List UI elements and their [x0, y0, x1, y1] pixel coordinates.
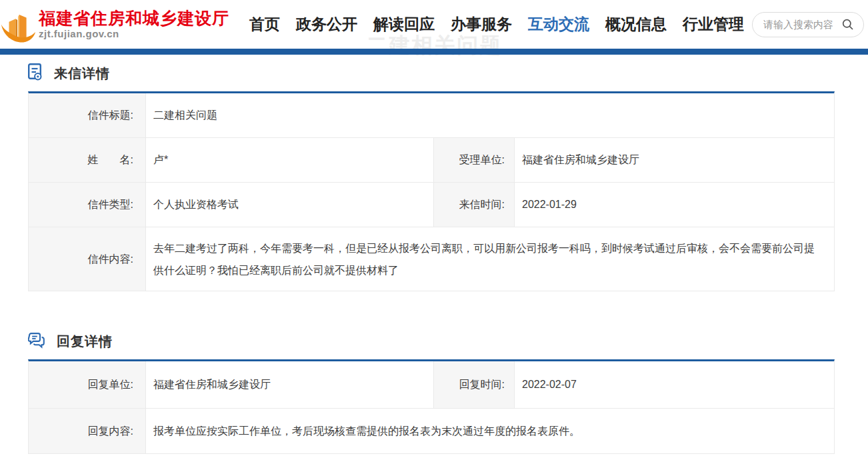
nav-item-industry[interactable]: 行业管理 [683, 0, 744, 49]
letter-document-icon [28, 63, 43, 83]
nav-item-home[interactable]: 首页 [249, 0, 280, 49]
main-content: 来信详情 信件标题: 二建相关问题 姓 名: 卢* 受理单位: 福建省住房和城乡… [0, 63, 868, 454]
letter-detail-title: 来信详情 [54, 65, 110, 83]
site-name: 福建省住房和城乡建设厅 [39, 9, 229, 28]
reply-chat-icon [28, 332, 45, 351]
letter-type-value: 个人执业资格考试 [146, 183, 433, 227]
name-label: 姓 名: [29, 138, 146, 183]
logo-buildings-icon [0, 3, 39, 46]
letter-detail-table: 信件标题: 二建相关问题 姓 名: 卢* 受理单位: 福建省住房和城乡建设厅 信… [28, 91, 835, 291]
nav-item-interpretation[interactable]: 解读回应 [373, 0, 435, 49]
site-url: zjt.fujian.gov.cn [39, 28, 229, 40]
nav-item-interaction[interactable]: 互动交流 [528, 0, 589, 49]
letter-date-label: 来信时间: [433, 183, 515, 227]
reply-content-value: 报考单位应按实际工作单位，考后现场核查需提供的报名表为末次通过年度的报名表原件。 [146, 409, 834, 453]
accept-unit-label: 受理单位: [433, 138, 515, 183]
accept-unit-value: 福建省住房和城乡建设厅 [515, 138, 834, 183]
search-input[interactable] [763, 19, 842, 30]
reply-date-value: 2022-02-07 [515, 361, 834, 409]
nav-item-gov-affairs[interactable]: 政务公开 [296, 0, 357, 49]
letter-title-label: 信件标题: [29, 93, 146, 138]
nav-item-services[interactable]: 办事服务 [451, 0, 512, 49]
reply-detail-section-header: 回复详情 [28, 331, 835, 351]
name-value: 卢* [146, 138, 433, 183]
letter-detail-section-header: 来信详情 [28, 63, 835, 83]
reply-unit-label: 回复单位: [29, 361, 146, 409]
letter-content-label: 信件内容: [29, 227, 146, 291]
site-header: 二建相关问题 福建省住房和城乡建设厅 zjt.fujian.gov.cn 首页 … [0, 0, 868, 49]
letter-content-value: 去年二建考过了两科，今年需要考一科，但是已经从报考公司离职，可以用新公司报考一科… [146, 227, 834, 291]
header-divider-bar [0, 49, 868, 55]
letter-title-value: 二建相关问题 [146, 93, 834, 138]
reply-content-label: 回复内容: [29, 409, 146, 453]
nav-item-overview[interactable]: 概况信息 [605, 0, 667, 49]
letter-type-label: 信件类型: [29, 183, 146, 227]
reply-unit-value: 福建省住房和城乡建设厅 [146, 361, 433, 409]
site-logo[interactable]: 福建省住房和城乡建设厅 zjt.fujian.gov.cn [0, 3, 229, 46]
search-box[interactable] [752, 12, 864, 37]
reply-date-label: 回复时间: [433, 361, 515, 409]
search-icon[interactable] [842, 19, 854, 31]
reply-detail-title: 回复详情 [57, 333, 113, 351]
main-nav: 首页 政务公开 解读回应 办事服务 互动交流 概况信息 行业管理 [249, 0, 744, 49]
reply-detail-table: 回复单位: 福建省住房和城乡建设厅 回复时间: 2022-02-07 回复内容:… [28, 359, 835, 454]
letter-date-value: 2022-01-29 [515, 183, 834, 227]
